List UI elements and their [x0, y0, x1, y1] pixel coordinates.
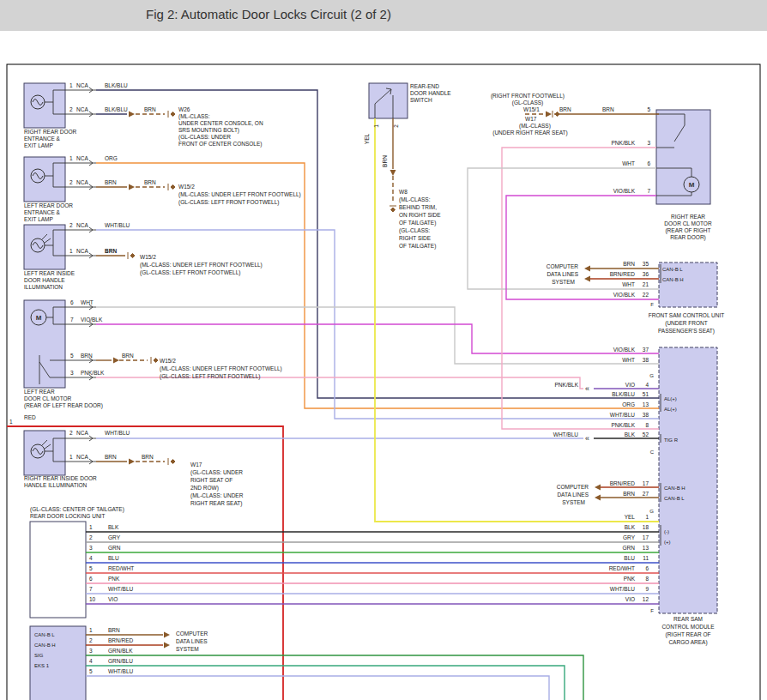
label-can-b-l-127: CAN-B L — [662, 267, 683, 272]
label-wht-blu-63: WHT/BLU — [105, 430, 130, 436]
label-1-60: 1 — [9, 419, 13, 425]
label-w15-2-80: W15/2 — [160, 358, 176, 364]
label-ml-class-under-left-front-footwell-75: (ML-CLASS: UNDER LEFT FRONT FOOTWELL) — [178, 191, 301, 198]
data-line-arrow-left-icon — [584, 266, 590, 272]
label-gl-class-under-72: (GL-CLASS: UNDER — [178, 134, 231, 141]
label-4-138: 4 — [645, 382, 649, 388]
data-line-arrow-left-icon — [584, 276, 590, 282]
label-3-57: 3 — [70, 370, 74, 376]
motor-letter: M — [689, 181, 695, 189]
label-red-59: RED — [24, 414, 36, 420]
splice-arrow-right-icon — [164, 632, 170, 638]
label-blu-175: BLU — [624, 555, 635, 561]
label-pnk-blk-135: PNK/BLK — [555, 382, 579, 388]
label-gl-class-left-front-footwell-76: (GL-CLASS: LEFT FRONT FOOTWELL) — [178, 199, 280, 206]
label-nca-38: NCA — [76, 155, 88, 161]
label--150: « — [585, 434, 589, 443]
splice-arrow-right-icon — [113, 358, 119, 364]
label-1-186: 1 — [89, 524, 93, 530]
label-illumination-8: ILLUMINATION — [24, 284, 63, 290]
label-right-rear-19: RIGHT REAR — [671, 214, 705, 220]
label-srs-mounting-bolt-71: SRS MOUNTING BOLT) — [178, 127, 239, 134]
connector-terminal-icon — [553, 111, 559, 118]
label-wht-blu-199: WHT/BLU — [108, 586, 134, 592]
label--136: « — [585, 384, 589, 393]
label-pnk-197: PNK — [108, 576, 120, 582]
label-brn-105: BRN — [602, 106, 614, 112]
label-blk-187: BLK — [108, 524, 119, 530]
label-rear-door-22: REAR DOOR) — [670, 234, 706, 241]
label-f-129: F — [650, 302, 654, 307]
label-3-190: 3 — [89, 545, 93, 551]
data-line-arrow-left-icon — [595, 485, 601, 491]
label-1-37: 1 — [69, 155, 73, 161]
label-brn-43: BRN — [144, 179, 156, 185]
label-6-196: 6 — [89, 576, 93, 582]
label-6-113: 6 — [647, 160, 650, 166]
label-of-tailgate-93: OF TAILGATE) — [399, 220, 436, 226]
label-red-wht-177: RED/WHT — [609, 565, 635, 571]
label-f-185: F — [650, 608, 654, 613]
label-on-right-side-92: ON RIGHT SIDE — [399, 212, 441, 218]
label-door-handle-7: DOOR HANDLE — [24, 277, 65, 283]
label-grn-191: GRN — [108, 545, 121, 551]
label-grn-173: GRN — [623, 545, 636, 551]
label-ml-class-under-87: (ML-CLASS: UNDER — [190, 492, 244, 499]
label-g-134: G — [649, 373, 654, 378]
splice-arrow-right-icon — [129, 112, 135, 118]
label-8-148: 8 — [645, 422, 649, 428]
label-rear-of-right-21: (REAR OF RIGHT — [665, 227, 710, 234]
figure-title: Fig 2: Automatic Door Locks Circuit (2 o… — [146, 7, 391, 21]
data-line-arrow-left-icon — [595, 495, 601, 501]
label-yel-165: YEL — [625, 514, 636, 520]
label-w26-68: W26 — [178, 106, 190, 112]
label-right-side-95: RIGHT SIDE — [399, 235, 432, 241]
label-3-210: 3 — [89, 648, 93, 654]
splice-arrow-right-icon — [129, 184, 135, 190]
label-cargo-area-29: CARGO AREA) — [668, 639, 707, 646]
label-ml-class-under-left-front-footwell-78: (ML-CLASS: UNDER LEFT FRONT FOOTWELL) — [140, 262, 263, 269]
label-11-176: 11 — [643, 555, 649, 561]
label-6-178: 6 — [645, 565, 649, 571]
label-1-30: 1 — [69, 82, 73, 88]
label-blk-151: BLK — [625, 431, 636, 438]
label-nca-48: NCA — [76, 248, 88, 254]
wire-wht-8 — [96, 307, 659, 364]
label-7-115: 7 — [647, 188, 650, 194]
label-vio-blk-114: VIO/BLK — [613, 188, 636, 194]
label-computer-116: COMPUTER — [547, 263, 579, 269]
label-can-b-l-163: CAN-B L — [664, 496, 685, 501]
label-entrance-4: ENTRANCE & — [24, 209, 61, 215]
label-brn-42: BRN — [105, 179, 117, 185]
wire-vio-blk-9 — [96, 324, 659, 353]
label-right-rear-of-28: (RIGHT REAR OF — [666, 631, 711, 638]
label-5-214: 5 — [89, 668, 93, 674]
label-right-front-footwell-101: (RIGHT FRONT FOOTWELL) — [491, 93, 565, 100]
label-36-122: 36 — [643, 271, 649, 277]
label-vio-137: VIO — [625, 382, 635, 388]
label-exit-lamp-2: EXIT LAMP — [24, 142, 53, 148]
label-g-164: G — [649, 509, 654, 514]
label-ml-class-69: (ML-CLASS: — [178, 113, 210, 120]
label-computer-155: COMPUTER — [557, 484, 589, 490]
label-2-100: 2 — [393, 124, 399, 128]
label-vio-201: VIO — [108, 596, 118, 602]
label-5-54: 5 — [70, 353, 74, 359]
label-pnk-blk-110: PNK/BLK — [612, 140, 636, 146]
label-tig-r-153: TIG R — [664, 438, 679, 443]
label-system-157: SYSTEM — [562, 499, 585, 505]
rear-sam-control-module-box — [659, 347, 717, 613]
label-w15-1-103: W15/1 — [523, 106, 540, 112]
left-rear-entrance-exit-lamp-box — [24, 157, 65, 202]
label--172: (+) — [664, 540, 671, 545]
label-brn-161: BRN — [623, 491, 635, 497]
label-brn-55: BRN — [81, 353, 93, 359]
label-brn-207: BRN — [108, 627, 120, 633]
label-wht-132: WHT — [622, 357, 635, 363]
label-ml-class-108: (ML-CLASS) — [519, 123, 551, 130]
label-5-106: 5 — [647, 106, 650, 112]
label-2nd-row-86: 2ND ROW) — [190, 485, 219, 492]
left-rear-door-cl-motor-box — [24, 300, 65, 388]
label-brn-red-121: BRN/RED — [610, 271, 636, 277]
label-nca-34: NCA — [76, 106, 88, 112]
